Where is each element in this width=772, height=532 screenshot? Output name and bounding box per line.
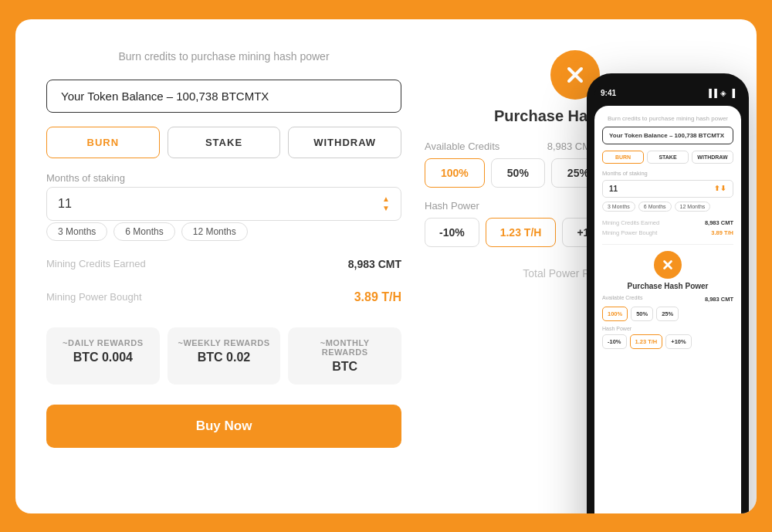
phone-months-label: Months of staking	[602, 170, 733, 177]
right-panel: Purchase Hash Power Available Credits 8,…	[401, 50, 726, 483]
daily-rewards-title: ~DAILY REWARDS	[54, 338, 152, 347]
phone-mining-power-value: 3.89 T/H	[711, 229, 733, 236]
phone-hash-plus10[interactable]: +10%	[665, 334, 691, 349]
phone-3months[interactable]: 3 Months	[602, 202, 635, 212]
rewards-group: ~DAILY REWARDS BTC 0.004 ~WEEKLY REWARDS…	[46, 327, 401, 385]
mining-power-label: Mining Power Bought	[46, 291, 142, 303]
phone-burn-btn[interactable]: BURN	[602, 151, 644, 164]
spinner-up-icon[interactable]: ▲	[382, 195, 390, 203]
phone-withdraw-btn[interactable]: WITHDRAW	[692, 151, 733, 164]
phone-mining-credits-row: Mining Credits Earned 8,983 CMT	[602, 218, 733, 228]
phone-credits-amount: 8,983 CMT	[705, 296, 733, 303]
phone-mining-credits-label: Mining Credits Earned	[602, 219, 659, 226]
monthly-rewards-card: ~MONTHLY REWARDS BTC	[288, 327, 401, 385]
buy-now-button[interactable]: Buy Now	[46, 405, 401, 448]
phone-12months[interactable]: 12 Months	[675, 202, 711, 212]
withdraw-button[interactable]: WITHDRAW	[288, 127, 401, 158]
phone-status-icons: ▐▐ ◈ ▐	[706, 89, 735, 97]
months-label: Months of staking	[46, 172, 401, 184]
phone-credit-50[interactable]: 50%	[631, 307, 653, 321]
phone-months-input: 11 ⬆⬇	[602, 180, 733, 198]
weekly-rewards-title: ~WEEKLY REWARDS	[175, 338, 273, 347]
phone-stake-btn[interactable]: STAKE	[647, 151, 689, 164]
phone-credit-buttons: 100% 50% 25%	[602, 307, 733, 321]
phone-status-bar: 9:41 ▐▐ ◈ ▐	[594, 86, 741, 101]
phone-6months[interactable]: 6 Months	[638, 202, 672, 212]
phone-credit-100[interactable]: 100%	[602, 307, 628, 321]
battery-icon: ▐	[730, 89, 735, 97]
daily-rewards-value: BTC 0.004	[54, 351, 152, 364]
phone-subtitle: Burn credits to purchase mining hash pow…	[602, 115, 733, 122]
phone-screen: Burn credits to purchase mining hash pow…	[594, 106, 741, 513]
phone-hash-buttons: -10% 1.23 T/H +10%	[602, 334, 733, 349]
shortcut-12months[interactable]: 12 Months	[181, 222, 248, 241]
phone-divider	[602, 244, 733, 245]
phone-months-value: 11	[609, 185, 618, 193]
months-value: 11	[58, 197, 72, 211]
mining-power-value: 3.89 T/H	[354, 290, 401, 304]
phone-available-credits-label: Available Credits	[602, 295, 642, 300]
phone-mining-power-label: Mining Power Bought	[602, 229, 657, 236]
phone-months-shortcuts: 3 Months 6 Months 12 Months	[602, 202, 733, 212]
phone-mining-credits-value: 8,983 CMT	[705, 219, 733, 226]
hash-current-button[interactable]: 1.23 T/H	[486, 218, 557, 247]
phone-time: 9:41	[601, 89, 616, 97]
phone-credit-25[interactable]: 25%	[656, 307, 679, 321]
mining-credits-value: 8,983 CMT	[348, 258, 401, 270]
signal-icon: ▐▐	[706, 89, 717, 97]
months-section: Months of staking 11 ▲ ▼ 3 Months 6 Mont…	[46, 172, 401, 241]
daily-rewards-card: ~DAILY REWARDS BTC 0.004	[46, 327, 160, 385]
subtitle: Burn credits to purchase mining hash pow…	[46, 50, 401, 63]
phone-hash-power-label: Hash Power	[602, 326, 733, 331]
phone-hash-current[interactable]: 1.23 T/H	[630, 334, 663, 349]
mining-credits-label: Mining Credits Earned	[46, 258, 146, 269]
action-buttons-group: BURN STAKE WITHDRAW	[46, 127, 401, 158]
phone-mockup: 9:41 ▐▐ ◈ ▐ Burn credits to purchase min…	[587, 73, 749, 513]
credit-50-button[interactable]: 50%	[491, 158, 545, 188]
shortcut-3months[interactable]: 3 Months	[46, 222, 107, 241]
phone-action-buttons: BURN STAKE WITHDRAW	[602, 151, 733, 164]
months-shortcuts-group: 3 Months 6 Months 12 Months	[46, 222, 401, 241]
phone-spinner-icon[interactable]: ⬆⬇	[714, 185, 726, 192]
stake-button[interactable]: STAKE	[168, 127, 281, 158]
spinner-down-icon[interactable]: ▼	[382, 205, 390, 212]
mining-credits-row: Mining Credits Earned 8,983 CMT	[46, 255, 401, 273]
phone-right-title: Purchase Hash Power	[602, 282, 733, 290]
phone-brand-icon	[654, 251, 682, 279]
left-panel: Burn credits to purchase mining hash pow…	[46, 50, 401, 483]
phone-token-balance: Your Token Balance – 100,738 BTCMTX	[602, 127, 733, 144]
burn-button[interactable]: BURN	[46, 127, 160, 158]
months-spinner[interactable]: ▲ ▼	[382, 195, 390, 212]
phone-hash-minus10[interactable]: -10%	[602, 334, 627, 349]
main-card: Burn credits to purchase mining hash pow…	[15, 19, 757, 513]
wifi-icon: ◈	[720, 89, 726, 97]
shortcut-6months[interactable]: 6 Months	[113, 222, 174, 241]
monthly-rewards-value: BTC	[296, 360, 394, 374]
weekly-rewards-value: BTC 0.02	[175, 351, 273, 364]
token-balance-display: Your Token Balance – 100,738 BTCMTX	[46, 80, 401, 113]
monthly-rewards-title: ~MONTHLY REWARDS	[296, 338, 394, 357]
hash-minus10-button[interactable]: -10%	[425, 218, 479, 247]
credit-100-button[interactable]: 100%	[425, 158, 485, 188]
phone-mining-power-row: Mining Power Bought 3.89 T/H	[602, 228, 733, 238]
phone-credits-row: Available Credits 8,983 CMT	[602, 295, 733, 303]
mining-power-row: Mining Power Bought 3.89 T/H	[46, 287, 401, 307]
months-input-wrapper: 11 ▲ ▼	[46, 187, 401, 221]
weekly-rewards-card: ~WEEKLY REWARDS BTC 0.02	[168, 327, 281, 385]
